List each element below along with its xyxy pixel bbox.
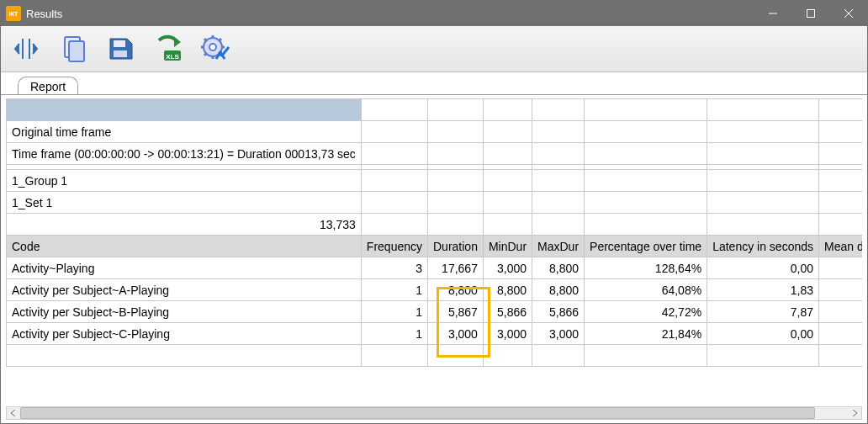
svg-line-17 [204, 39, 207, 41]
window-title: Results [26, 8, 62, 20]
cell-code: Activity per Subject~A-Playing [7, 279, 362, 301]
table-row[interactable]: 1_Set 1 [7, 192, 863, 214]
cell-lat: 7,87 [707, 301, 819, 323]
table-row[interactable] [7, 99, 863, 121]
horizontal-scrollbar[interactable] [6, 406, 862, 420]
table-header-row: Code Frequency Duration MinDur MaxDur Pe… [7, 236, 863, 257]
cell-max: 5,866 [532, 301, 585, 323]
cell-max: 8,800 [532, 279, 585, 301]
cell-min: 3,000 [483, 323, 532, 345]
col-percentage[interactable]: Percentage over time [585, 236, 707, 257]
table-row[interactable]: Activity per Subject~B-Playing 1 5,867 5… [7, 301, 863, 323]
copy-button[interactable] [55, 30, 92, 67]
cell-min: 3,000 [483, 257, 532, 279]
svg-rect-7 [69, 41, 84, 61]
cell-pct: 42,72% [585, 301, 707, 323]
cell-lat: 1,83 [707, 279, 819, 301]
table-row[interactable] [7, 345, 863, 367]
scroll-track[interactable] [20, 407, 848, 419]
cell-dur: 5,867 [428, 301, 484, 323]
col-mean[interactable]: Mean du [819, 236, 863, 257]
scroll-right-button[interactable] [848, 407, 861, 419]
svg-line-20 [204, 53, 207, 56]
cell-freq: 1 [361, 279, 427, 301]
col-mindur[interactable]: MinDur [483, 236, 532, 257]
cell-mean [819, 323, 863, 345]
save-icon [105, 34, 135, 64]
tab-report[interactable]: Report [18, 77, 78, 95]
report-table[interactable]: Original time frame Time frame (00:00:00… [6, 98, 862, 367]
maximize-icon [806, 8, 816, 19]
cell-freq: 3 [361, 257, 427, 279]
settings-icon [199, 34, 230, 64]
table-row[interactable]: 13,733 [7, 214, 863, 236]
svg-line-19 [219, 39, 221, 41]
scroll-thumb[interactable] [20, 407, 815, 419]
cell-dur: 8,800 [428, 279, 484, 301]
scroll-left-button[interactable] [7, 407, 20, 419]
cell-mean [819, 279, 863, 301]
cell-pct: 21,84% [585, 323, 707, 345]
svg-point-21 [209, 44, 216, 50]
app-icon: жт [6, 6, 21, 21]
settings-button[interactable] [196, 30, 233, 67]
minimize-icon [768, 8, 778, 19]
cell-pct: 64,08% [585, 279, 707, 301]
tab-bar: Report [1, 72, 867, 94]
col-code[interactable]: Code [7, 236, 362, 257]
cell-max: 3,000 [532, 323, 585, 345]
export-excel-button[interactable]: XLS [149, 30, 186, 67]
table-row[interactable]: Activity per Subject~C-Playing 1 3,000 3… [7, 323, 863, 345]
chevron-right-icon [851, 410, 858, 416]
report-viewport: Original time frame Time frame (00:00:00… [1, 94, 867, 423]
cell-total-duration: 13,733 [7, 214, 362, 236]
cell-lat: 0,00 [707, 257, 819, 279]
svg-text:XLS: XLS [166, 53, 179, 61]
svg-rect-8 [114, 40, 125, 47]
svg-rect-1 [807, 10, 814, 18]
cell-code: Activity per Subject~C-Playing [7, 323, 362, 345]
col-maxdur[interactable]: MaxDur [532, 236, 585, 257]
cell-max: 8,800 [532, 257, 585, 279]
cell-freq: 1 [361, 323, 427, 345]
cell-dur: 3,000 [428, 323, 484, 345]
cell-group: 1_Group 1 [7, 170, 362, 192]
col-frequency[interactable]: Frequency [361, 236, 427, 257]
svg-rect-9 [114, 50, 127, 57]
cell-min: 5,866 [483, 301, 532, 323]
chevron-left-icon [10, 410, 17, 416]
cell-lat: 0,00 [707, 323, 819, 345]
col-latency[interactable]: Latency in seconds [707, 236, 819, 257]
columns-icon [11, 34, 41, 64]
minimize-button[interactable] [754, 1, 791, 26]
cell-dur: 17,667 [428, 257, 484, 279]
copy-icon [58, 34, 88, 64]
cell-mean [819, 301, 863, 323]
cell-pct: 128,64% [585, 257, 707, 279]
save-button[interactable] [102, 30, 139, 67]
maximize-button[interactable] [791, 1, 829, 26]
cell-code: Activity per Subject~B-Playing [7, 301, 362, 323]
table-row[interactable]: 1_Group 1 [7, 170, 863, 192]
table-row[interactable]: Activity~Playing 3 17,667 3,000 8,800 12… [7, 257, 863, 279]
close-button[interactable] [829, 1, 867, 26]
table-row[interactable]: Activity per Subject~A-Playing 1 8,800 8… [7, 279, 863, 301]
table-row[interactable]: Time frame (00:00:00:00 -> 00:00:13:21) … [7, 143, 863, 165]
cell-min: 8,800 [483, 279, 532, 301]
col-duration[interactable]: Duration [428, 236, 484, 257]
cell-mean [819, 257, 863, 279]
close-icon [844, 8, 854, 19]
cell-set: 1_Set 1 [7, 192, 362, 214]
toolbar: XLS [1, 26, 867, 72]
results-window: жт Results [0, 0, 868, 424]
report-grid[interactable]: Original time frame Time frame (00:00:00… [6, 98, 862, 405]
cell-freq: 1 [361, 301, 427, 323]
cell-original-timeframe: Original time frame [7, 121, 362, 143]
table-row[interactable]: Original time frame [7, 121, 863, 143]
titlebar: жт Results [1, 1, 867, 26]
adjust-columns-button[interactable] [8, 30, 45, 67]
cell-code: Activity~Playing [7, 257, 362, 279]
export-excel-icon: XLS [152, 34, 183, 64]
cell-timeframe-detail: Time frame (00:00:00:00 -> 00:00:13:21) … [7, 143, 362, 165]
